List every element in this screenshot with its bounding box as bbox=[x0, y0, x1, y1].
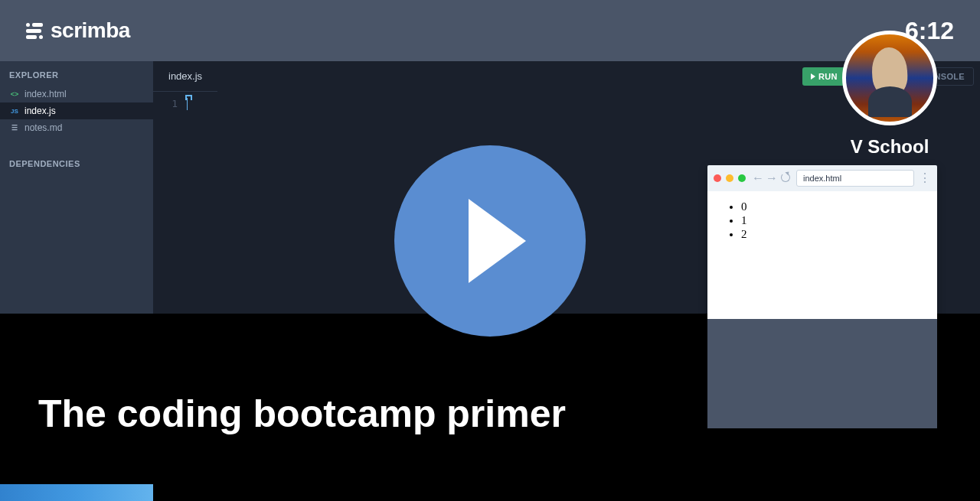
author-block[interactable]: V School bbox=[842, 31, 937, 158]
file-name: index.html bbox=[24, 89, 67, 99]
traffic-lights bbox=[714, 174, 746, 182]
file-name: notes.md bbox=[24, 122, 62, 133]
file-item-index-js[interactable]: JS index.js bbox=[0, 102, 153, 119]
browser-body: 0 1 2 bbox=[707, 191, 937, 319]
avatar[interactable] bbox=[842, 31, 937, 125]
js-file-icon: JS bbox=[9, 106, 20, 116]
list-item: 2 bbox=[741, 228, 922, 241]
preview-window[interactable]: ← → index.html ⋮ 0 1 2 bbox=[707, 165, 937, 428]
logo[interactable]: scrimba bbox=[26, 18, 130, 43]
play-button[interactable] bbox=[394, 145, 586, 337]
md-file-icon: ☰ bbox=[9, 122, 20, 133]
play-icon bbox=[469, 199, 526, 283]
course-title: The coding bootcamp primer bbox=[38, 392, 566, 436]
play-icon bbox=[811, 73, 815, 80]
nav-arrows: ← → bbox=[752, 171, 792, 185]
minimize-window-icon[interactable] bbox=[726, 174, 733, 182]
cursor-icon bbox=[187, 98, 188, 110]
maximize-window-icon[interactable] bbox=[738, 174, 746, 182]
file-item-notes-md[interactable]: ☰ notes.md bbox=[0, 119, 153, 136]
preview-list: 0 1 2 bbox=[723, 200, 922, 241]
tab-index-js[interactable]: index.js bbox=[153, 61, 217, 92]
file-item-index-html[interactable]: <> index.html bbox=[0, 86, 153, 102]
forward-icon[interactable]: → bbox=[766, 171, 778, 185]
explorer-header: EXPLORER bbox=[0, 61, 153, 86]
menu-icon[interactable]: ⋮ bbox=[919, 172, 931, 184]
run-label: RUN bbox=[818, 72, 838, 81]
url-bar[interactable]: index.html bbox=[796, 170, 914, 187]
brand-name: scrimba bbox=[51, 18, 130, 43]
list-item: 0 bbox=[741, 200, 922, 213]
browser-chrome: ← → index.html ⋮ bbox=[707, 165, 937, 191]
line-gutter: 1 bbox=[153, 98, 185, 307]
file-name: index.js bbox=[24, 106, 56, 116]
html-file-icon: <> bbox=[9, 89, 20, 99]
close-window-icon[interactable] bbox=[714, 174, 721, 182]
reload-icon[interactable] bbox=[781, 173, 790, 182]
list-item: 1 bbox=[741, 214, 922, 227]
sidebar: EXPLORER <> index.html JS index.js ☰ not… bbox=[0, 61, 153, 314]
header: scrimba 6:12 bbox=[0, 0, 980, 61]
url-text: index.html bbox=[803, 174, 841, 183]
dependencies-header: DEPENDENCIES bbox=[0, 150, 153, 174]
browser-bottom-panel bbox=[707, 319, 937, 428]
line-number: 1 bbox=[153, 98, 178, 109]
scrimba-logo-icon bbox=[26, 23, 43, 39]
run-button[interactable]: RUN bbox=[802, 67, 846, 86]
author-name: V School bbox=[851, 136, 929, 158]
back-icon[interactable]: ← bbox=[752, 171, 764, 185]
thumbnail-strip[interactable] bbox=[0, 484, 153, 501]
